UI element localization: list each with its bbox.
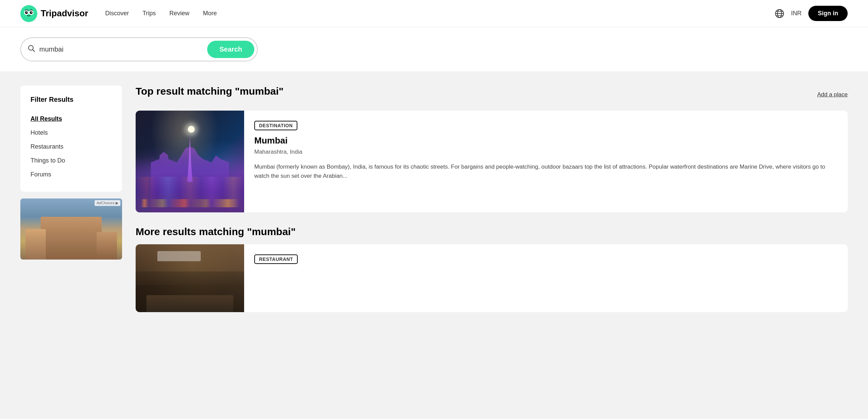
main-nav: Discover Trips Review More bbox=[105, 10, 217, 17]
sidebar-item-hotels[interactable]: Hotels bbox=[31, 126, 112, 140]
logo-text: Tripadvisor bbox=[41, 8, 88, 19]
currency-selector[interactable]: INR bbox=[791, 10, 802, 17]
sidebar-item-all-results[interactable]: All Results bbox=[31, 112, 112, 126]
more-result-image bbox=[136, 244, 244, 312]
logo[interactable]: Tripadvisor bbox=[20, 5, 88, 22]
svg-point-5 bbox=[26, 12, 27, 13]
nav-trips[interactable]: Trips bbox=[142, 10, 156, 17]
result-content: DESTINATION Mumbai Maharashtra, India Mu… bbox=[244, 111, 848, 212]
sign-in-button[interactable]: Sign in bbox=[808, 6, 848, 21]
search-area: Search bbox=[0, 27, 868, 72]
restaurant-badge: RESTAURANT bbox=[254, 254, 298, 264]
destination-badge: DESTINATION bbox=[254, 121, 297, 130]
top-result-card[interactable]: DESTINATION Mumbai Maharashtra, India Mu… bbox=[136, 111, 848, 212]
ad-image: AdChoices ▶ bbox=[20, 198, 122, 260]
result-name: Mumbai bbox=[254, 135, 837, 146]
ad-choices-label[interactable]: AdChoices ▶ bbox=[95, 200, 120, 206]
results-area: Top result matching "mumbai" Add a place… bbox=[136, 85, 848, 419]
svg-point-6 bbox=[31, 12, 32, 13]
search-icon bbox=[28, 45, 35, 54]
logo-icon bbox=[20, 5, 37, 22]
sidebar-item-things-to-do[interactable]: Things to Do bbox=[31, 154, 112, 168]
svg-point-0 bbox=[20, 5, 37, 22]
nav-discover[interactable]: Discover bbox=[105, 10, 129, 17]
sidebar-item-restaurants[interactable]: Restaurants bbox=[31, 140, 112, 154]
search-input[interactable] bbox=[39, 45, 207, 53]
main-content: Filter Results All Results Hotels Restau… bbox=[0, 72, 868, 419]
sidebar-column: Filter Results All Results Hotels Restau… bbox=[20, 85, 122, 419]
ad-section: AdChoices ▶ bbox=[20, 198, 122, 260]
svg-line-14 bbox=[33, 50, 35, 52]
more-results-title: More results matching "mumbai" bbox=[136, 226, 848, 237]
header: Tripadvisor Discover Trips Review More I… bbox=[0, 0, 868, 27]
result-location: Maharashtra, India bbox=[254, 149, 837, 155]
search-bar: Search bbox=[20, 37, 258, 61]
result-image bbox=[136, 111, 244, 212]
top-result-title: Top result matching "mumbai" bbox=[136, 85, 283, 97]
more-result-content: RESTAURANT bbox=[244, 244, 848, 312]
result-description: Mumbai (formerly known as Bombay), India… bbox=[254, 162, 837, 180]
search-button[interactable]: Search bbox=[207, 41, 254, 58]
top-result-header: Top result matching "mumbai" Add a place bbox=[136, 85, 848, 104]
nav-review[interactable]: Review bbox=[170, 10, 190, 17]
filter-sidebar: Filter Results All Results Hotels Restau… bbox=[20, 85, 122, 192]
globe-icon[interactable] bbox=[775, 9, 784, 18]
sidebar-item-forums[interactable]: Forums bbox=[31, 168, 112, 182]
more-result-card[interactable]: RESTAURANT bbox=[136, 244, 848, 312]
add-place-link[interactable]: Add a place bbox=[817, 91, 848, 98]
sidebar-title: Filter Results bbox=[31, 96, 112, 103]
header-right: INR Sign in bbox=[775, 6, 848, 21]
moon-decoration bbox=[188, 126, 195, 133]
header-left: Tripadvisor Discover Trips Review More bbox=[20, 5, 217, 22]
nav-more[interactable]: More bbox=[203, 10, 217, 17]
